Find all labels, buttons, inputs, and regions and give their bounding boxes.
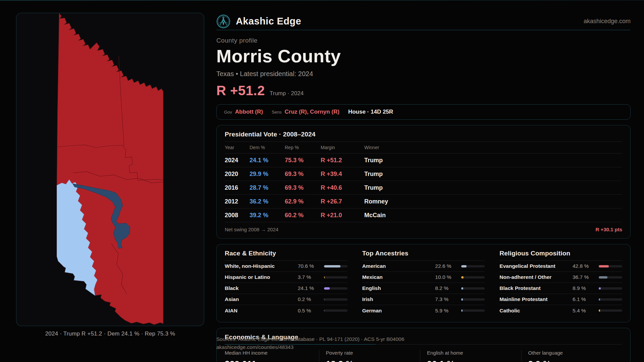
row-margin: R +39.4 bbox=[321, 171, 364, 178]
presidential-table-row[interactable]: 2008 39.2 % 60.2 % R +21.0 McCain bbox=[225, 208, 622, 222]
net-swing-label: Net swing 2008 → 2024 bbox=[225, 227, 278, 232]
presidential-table-row[interactable]: 2012 36.2 % 62.9 % R +26.7 Romney bbox=[225, 195, 622, 208]
row-rep: 60.2 % bbox=[285, 212, 321, 219]
demographic-label: American bbox=[362, 263, 435, 269]
site-header: Akashic Edge akashicedge.com bbox=[216, 13, 631, 30]
demographic-row[interactable]: Catholic 5.4 % bbox=[499, 305, 622, 316]
demographic-row[interactable]: Black Protestant 8.9 % bbox=[499, 283, 622, 294]
demographic-row[interactable]: Non-adherent / Other 36.7 % bbox=[499, 272, 622, 283]
eyebrow-county-profile: County profile bbox=[216, 37, 631, 44]
row-winner: Trump bbox=[364, 157, 622, 164]
governor-value: Abbott (R) bbox=[235, 109, 263, 115]
demographic-row[interactable]: Evangelical Protestant 42.8 % bbox=[499, 261, 622, 272]
row-year: 2016 bbox=[225, 184, 250, 191]
brand-logo-icon bbox=[216, 14, 230, 28]
demographic-label: German bbox=[362, 308, 435, 314]
map-county-rep-area[interactable] bbox=[57, 13, 163, 325]
demographic-label: AIAN bbox=[225, 308, 298, 314]
stat-value: 18.3 % bbox=[326, 359, 420, 362]
demographic-bar bbox=[461, 298, 485, 301]
demographics-rows: American 22.6 % Mexican 10.0 % English 8… bbox=[362, 261, 485, 316]
presidential-vote-title: Presidential Vote · 2008–2024 bbox=[225, 131, 622, 138]
demographics-column: Race & Ethnicity White, non-Hispanic 70.… bbox=[225, 250, 347, 316]
presidential-vote-panel: Presidential Vote · 2008–2024 Year Dem %… bbox=[216, 125, 631, 239]
row-winner: Trump bbox=[364, 184, 622, 191]
row-dem: 28.7 % bbox=[250, 184, 285, 191]
demographic-label: Asian bbox=[225, 296, 298, 302]
demographic-bar bbox=[599, 276, 622, 279]
row-margin: R +40.6 bbox=[321, 184, 364, 191]
county-precinct-map[interactable] bbox=[16, 13, 204, 326]
row-winner: McCain bbox=[364, 212, 622, 219]
demographic-value: 5.9 % bbox=[435, 308, 461, 314]
row-winner: Trump bbox=[364, 171, 622, 178]
demographic-row[interactable]: Hispanic or Latino 3.7 % bbox=[225, 272, 347, 283]
demographic-label: English bbox=[362, 285, 435, 291]
demographic-bar bbox=[324, 309, 347, 312]
economics-stat: Poverty rate 18.3 % bbox=[319, 350, 420, 362]
demographic-row[interactable]: American 22.6 % bbox=[362, 261, 485, 272]
brand-name: Akashic Edge bbox=[236, 16, 301, 27]
demographic-value: 0.2 % bbox=[298, 296, 324, 302]
map-column: 2024 · Trump R +51.2 · Dem 24.1 % · Rep … bbox=[16, 13, 204, 362]
net-swing-row: Net swing 2008 → 2024 R +30.1 pts bbox=[225, 222, 622, 232]
presidential-table-row[interactable]: 2020 29.9 % 69.3 % R +39.4 Trump bbox=[225, 167, 622, 181]
site-domain-link[interactable]: akashicedge.com bbox=[584, 18, 631, 25]
presidential-table-row[interactable]: 2016 28.7 % 69.3 % R +40.6 Trump bbox=[225, 181, 622, 195]
demographic-row[interactable]: English 8.2 % bbox=[362, 283, 485, 294]
demographic-value: 70.6 % bbox=[298, 263, 324, 269]
col-margin: Margin bbox=[321, 145, 364, 150]
demographics-column: Top Ancestries American 22.6 % Mexican 1… bbox=[362, 250, 485, 316]
demographic-label: Hispanic or Latino bbox=[225, 274, 298, 280]
demographic-label: Mexican bbox=[362, 274, 435, 280]
row-winner: Romney bbox=[364, 198, 622, 205]
row-year: 2024 bbox=[225, 157, 250, 164]
officials-bar: Gov Abbott (R) Sens Cruz (R), Cornyn (R)… bbox=[216, 104, 631, 120]
presidential-table-row[interactable]: 2024 24.1 % 75.3 % R +51.2 Trump bbox=[225, 154, 622, 167]
demographic-bar bbox=[461, 265, 485, 267]
demographic-row[interactable]: AIAN 0.5 % bbox=[225, 305, 347, 316]
demographic-bar bbox=[324, 287, 347, 290]
demographic-row[interactable]: German 5.9 % bbox=[362, 305, 485, 316]
demographic-bar bbox=[599, 298, 622, 301]
demographic-row[interactable]: Mainline Protestant 6.1 % bbox=[499, 294, 622, 305]
economics-panel: Economics & Language Median HH income $2… bbox=[216, 328, 631, 362]
demographic-bar bbox=[324, 265, 347, 267]
row-year: 2008 bbox=[225, 212, 250, 219]
demographic-row[interactable]: White, non-Hispanic 70.6 % bbox=[225, 261, 347, 272]
demographic-bar bbox=[599, 309, 622, 312]
presidential-table-body: 2024 24.1 % 75.3 % R +51.2 Trump 2020 29… bbox=[225, 154, 622, 222]
demographic-value: 3.7 % bbox=[298, 274, 324, 280]
demographics-column-title: Religious Composition bbox=[499, 250, 622, 261]
hero-margin-note: Trump · 2024 bbox=[270, 90, 304, 97]
stat-label: Other language bbox=[528, 350, 623, 356]
demographic-label: White, non-Hispanic bbox=[225, 263, 298, 269]
map-caption: 2024 · Trump R +51.2 · Dem 24.1 % · Rep … bbox=[16, 330, 204, 337]
row-year: 2012 bbox=[225, 198, 250, 205]
demographic-value: 36.7 % bbox=[573, 274, 599, 280]
col-winner: Winner bbox=[364, 145, 622, 150]
demographics-panel: Race & Ethnicity White, non-Hispanic 70.… bbox=[216, 244, 631, 322]
demographic-value: 22.6 % bbox=[435, 263, 461, 269]
demographics-rows: White, non-Hispanic 70.6 % Hispanic or L… bbox=[225, 261, 347, 316]
demographic-row[interactable]: Black 24.1 % bbox=[225, 283, 347, 294]
demographic-row[interactable]: Irish 7.3 % bbox=[362, 294, 485, 305]
page-title: Morris County bbox=[216, 46, 631, 66]
demographic-value: 6.1 % bbox=[573, 296, 599, 302]
row-rep: 75.3 % bbox=[285, 157, 321, 164]
economics-stat: Median HH income $29,011 bbox=[225, 350, 319, 362]
page: 2024 · Trump R +51.2 · Dem 24.1 % · Rep … bbox=[0, 0, 644, 362]
stat-value: $29,011 bbox=[225, 359, 319, 362]
row-margin: R +21.0 bbox=[321, 212, 364, 219]
demographic-row[interactable]: Asian 0.2 % bbox=[225, 294, 347, 305]
demographic-label: Black bbox=[225, 285, 298, 291]
col-year: Year bbox=[225, 145, 250, 150]
demographics-column: Religious Composition Evangelical Protes… bbox=[499, 250, 622, 316]
demographic-label: Catholic bbox=[499, 308, 573, 314]
demographic-value: 24.1 % bbox=[298, 285, 324, 291]
stat-label: Median HH income bbox=[225, 350, 319, 356]
demographic-row[interactable]: Mexican 10.0 % bbox=[362, 272, 485, 283]
sens-label: Sens bbox=[272, 110, 282, 115]
row-rep: 62.9 % bbox=[285, 198, 321, 205]
row-dem: 36.2 % bbox=[250, 198, 285, 205]
